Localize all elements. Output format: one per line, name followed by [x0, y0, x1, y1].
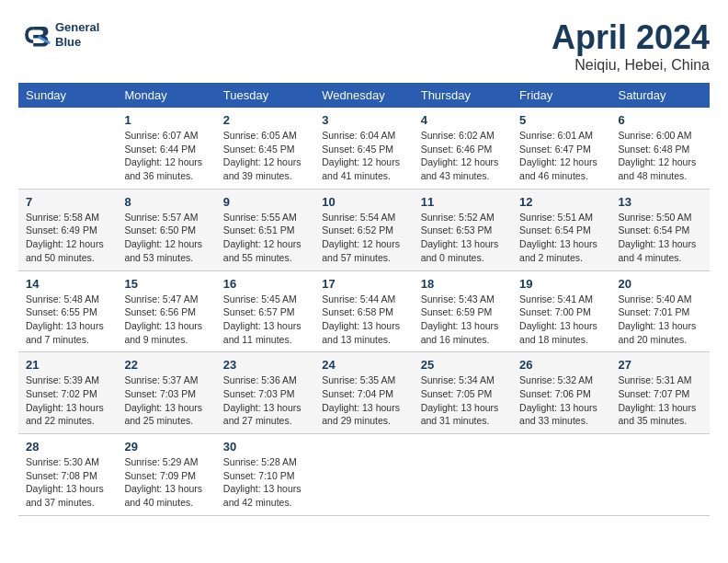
day-cell: 28Sunrise: 5:30 AMSunset: 7:08 PMDayligh…: [18, 434, 117, 516]
header-saturday: Saturday: [611, 83, 710, 108]
day-cell: 10Sunrise: 5:54 AMSunset: 6:52 PMDayligh…: [314, 189, 413, 270]
day-number: 9: [223, 195, 307, 209]
calendar-header-row: SundayMondayTuesdayWednesdayThursdayFrid…: [18, 83, 710, 108]
day-number: 6: [619, 113, 702, 127]
day-number: 23: [223, 358, 307, 372]
day-info: Sunrise: 5:28 AMSunset: 7:10 PMDaylight:…: [223, 455, 307, 510]
day-cell: 26Sunrise: 5:32 AMSunset: 7:06 PMDayligh…: [512, 352, 610, 434]
day-info: Sunrise: 6:02 AMSunset: 6:46 PMDaylight:…: [421, 129, 505, 183]
day-number: 15: [124, 277, 208, 291]
day-cell: 19Sunrise: 5:41 AMSunset: 7:00 PMDayligh…: [512, 270, 610, 352]
calendar-table: SundayMondayTuesdayWednesdayThursdayFrid…: [18, 83, 710, 516]
day-info: Sunrise: 6:04 AMSunset: 6:45 PMDaylight:…: [322, 129, 405, 183]
day-number: 5: [519, 113, 603, 127]
day-info: Sunrise: 5:31 AMSunset: 7:07 PMDaylight:…: [619, 373, 702, 428]
day-number: 4: [421, 113, 505, 127]
day-number: 12: [519, 195, 603, 209]
day-number: 2: [223, 113, 307, 127]
header-sunday: Sunday: [18, 83, 117, 108]
day-cell: 18Sunrise: 5:43 AMSunset: 6:59 PMDayligh…: [414, 270, 512, 352]
day-cell: 11Sunrise: 5:52 AMSunset: 6:53 PMDayligh…: [414, 189, 512, 270]
week-row-2: 7Sunrise: 5:58 AMSunset: 6:49 PMDaylight…: [18, 189, 710, 270]
day-info: Sunrise: 5:47 AMSunset: 6:56 PMDaylight:…: [124, 293, 208, 347]
day-cell: 2Sunrise: 6:05 AMSunset: 6:45 PMDaylight…: [216, 108, 314, 189]
day-info: Sunrise: 6:00 AMSunset: 6:48 PMDaylight:…: [619, 129, 702, 183]
day-number: 24: [322, 358, 405, 372]
day-cell: 20Sunrise: 5:40 AMSunset: 7:01 PMDayligh…: [611, 270, 710, 352]
day-info: Sunrise: 5:43 AMSunset: 6:59 PMDaylight:…: [421, 293, 505, 347]
day-cell: 27Sunrise: 5:31 AMSunset: 7:07 PMDayligh…: [611, 352, 710, 434]
day-number: 11: [421, 195, 505, 209]
day-number: 26: [519, 358, 603, 372]
day-info: Sunrise: 5:30 AMSunset: 7:08 PMDaylight:…: [26, 455, 109, 510]
day-number: 10: [322, 195, 405, 209]
day-cell: [314, 434, 413, 516]
day-cell: 22Sunrise: 5:37 AMSunset: 7:03 PMDayligh…: [117, 352, 215, 434]
day-number: 29: [124, 440, 208, 454]
day-cell: 17Sunrise: 5:44 AMSunset: 6:58 PMDayligh…: [314, 270, 413, 352]
day-cell: 6Sunrise: 6:00 AMSunset: 6:48 PMDaylight…: [611, 108, 710, 189]
day-cell: 16Sunrise: 5:45 AMSunset: 6:57 PMDayligh…: [216, 270, 314, 352]
logo-icon: [18, 18, 51, 52]
header-monday: Monday: [117, 83, 215, 108]
logo-line1: General: [55, 20, 99, 35]
day-info: Sunrise: 5:40 AMSunset: 7:01 PMDaylight:…: [619, 293, 702, 347]
day-info: Sunrise: 5:52 AMSunset: 6:53 PMDaylight:…: [421, 211, 505, 265]
day-info: Sunrise: 6:07 AMSunset: 6:44 PMDaylight:…: [124, 129, 208, 183]
day-number: 28: [26, 440, 109, 454]
day-number: 20: [619, 277, 702, 291]
month-title: April 2024: [552, 18, 710, 57]
day-number: 3: [322, 113, 405, 127]
day-cell: [512, 434, 610, 516]
day-number: 22: [124, 358, 208, 372]
day-number: 30: [223, 440, 307, 454]
day-cell: 12Sunrise: 5:51 AMSunset: 6:54 PMDayligh…: [512, 189, 610, 270]
day-info: Sunrise: 5:34 AMSunset: 7:05 PMDaylight:…: [421, 373, 505, 428]
day-cell: 13Sunrise: 5:50 AMSunset: 6:54 PMDayligh…: [611, 189, 710, 270]
location-title: Neiqiu, Hebei, China: [552, 57, 710, 74]
day-info: Sunrise: 5:39 AMSunset: 7:02 PMDaylight:…: [26, 373, 109, 428]
page-header: General Blue April 2024 Neiqiu, Hebei, C…: [18, 18, 710, 74]
day-number: 18: [421, 277, 505, 291]
day-cell: 9Sunrise: 5:55 AMSunset: 6:51 PMDaylight…: [216, 189, 314, 270]
day-cell: 15Sunrise: 5:47 AMSunset: 6:56 PMDayligh…: [117, 270, 215, 352]
day-number: 7: [26, 195, 109, 209]
header-tuesday: Tuesday: [216, 83, 314, 108]
day-info: Sunrise: 6:01 AMSunset: 6:47 PMDaylight:…: [519, 129, 603, 183]
title-area: April 2024 Neiqiu, Hebei, China: [552, 18, 710, 74]
logo-line2: Blue: [55, 35, 99, 50]
day-number: 14: [26, 277, 109, 291]
day-info: Sunrise: 5:44 AMSunset: 6:58 PMDaylight:…: [322, 293, 405, 347]
week-row-3: 14Sunrise: 5:48 AMSunset: 6:55 PMDayligh…: [18, 270, 710, 352]
day-number: 17: [322, 277, 405, 291]
day-number: 19: [519, 277, 603, 291]
day-info: Sunrise: 5:41 AMSunset: 7:00 PMDaylight:…: [519, 293, 603, 347]
day-info: Sunrise: 5:35 AMSunset: 7:04 PMDaylight:…: [322, 373, 405, 428]
day-info: Sunrise: 5:55 AMSunset: 6:51 PMDaylight:…: [223, 211, 307, 265]
day-info: Sunrise: 5:29 AMSunset: 7:09 PMDaylight:…: [124, 455, 208, 510]
day-info: Sunrise: 5:37 AMSunset: 7:03 PMDaylight:…: [124, 373, 208, 428]
day-cell: [414, 434, 512, 516]
day-number: 27: [619, 358, 702, 372]
week-row-1: 1Sunrise: 6:07 AMSunset: 6:44 PMDaylight…: [18, 108, 710, 189]
header-wednesday: Wednesday: [314, 83, 413, 108]
day-info: Sunrise: 5:57 AMSunset: 6:50 PMDaylight:…: [124, 211, 208, 265]
day-info: Sunrise: 5:48 AMSunset: 6:55 PMDaylight:…: [26, 293, 109, 347]
day-cell: 23Sunrise: 5:36 AMSunset: 7:03 PMDayligh…: [216, 352, 314, 434]
header-friday: Friday: [512, 83, 610, 108]
day-cell: 14Sunrise: 5:48 AMSunset: 6:55 PMDayligh…: [18, 270, 117, 352]
day-info: Sunrise: 5:50 AMSunset: 6:54 PMDaylight:…: [619, 211, 702, 265]
day-info: Sunrise: 5:36 AMSunset: 7:03 PMDaylight:…: [223, 373, 307, 428]
day-number: 13: [619, 195, 702, 209]
day-number: 25: [421, 358, 505, 372]
week-row-4: 21Sunrise: 5:39 AMSunset: 7:02 PMDayligh…: [18, 352, 710, 434]
day-info: Sunrise: 5:58 AMSunset: 6:49 PMDaylight:…: [26, 211, 109, 265]
day-cell: 21Sunrise: 5:39 AMSunset: 7:02 PMDayligh…: [18, 352, 117, 434]
day-info: Sunrise: 5:32 AMSunset: 7:06 PMDaylight:…: [519, 373, 603, 428]
day-cell: 30Sunrise: 5:28 AMSunset: 7:10 PMDayligh…: [216, 434, 314, 516]
logo-text: General Blue: [55, 20, 99, 49]
day-number: 1: [124, 113, 208, 127]
day-cell: 1Sunrise: 6:07 AMSunset: 6:44 PMDaylight…: [117, 108, 215, 189]
day-cell: 7Sunrise: 5:58 AMSunset: 6:49 PMDaylight…: [18, 189, 117, 270]
day-cell: 25Sunrise: 5:34 AMSunset: 7:05 PMDayligh…: [414, 352, 512, 434]
